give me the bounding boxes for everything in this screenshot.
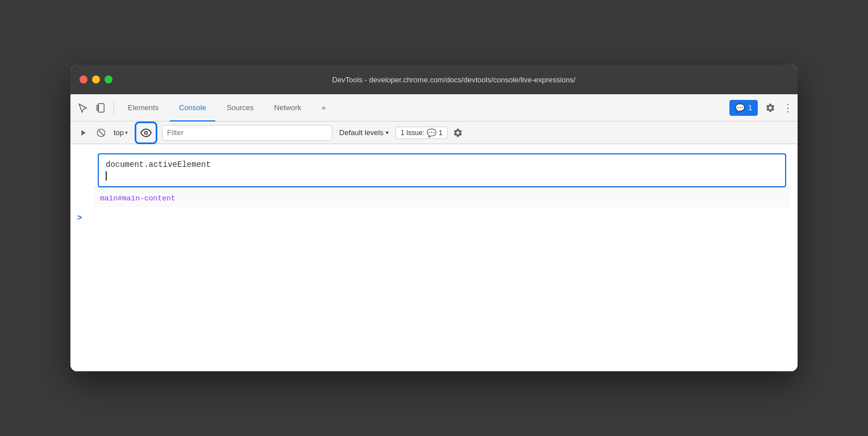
expression-result: main#main-content (100, 194, 176, 203)
expression-value: document.activeElement (99, 154, 785, 171)
console-content: ✕ document.activeElement main#main-conte… (70, 144, 798, 371)
svg-rect-0 (98, 103, 105, 112)
levels-dropdown-arrow: ▾ (386, 129, 389, 136)
tab-console[interactable]: Console (170, 94, 215, 121)
more-options-icon[interactable]: ⋮ (783, 102, 793, 114)
console-settings-icon[interactable] (450, 125, 466, 141)
settings-icon[interactable] (762, 100, 778, 116)
toolbar-right: 💬 1 ⋮ (729, 100, 793, 116)
inspect-icon[interactable] (75, 100, 91, 116)
minimize-button[interactable] (92, 76, 100, 83)
devtools-window: DevTools - developer.chrome.com/docs/dev… (70, 65, 798, 371)
issues-badge[interactable]: 1 Issue: 💬 1 (395, 127, 448, 139)
clear-console-icon[interactable] (93, 125, 109, 141)
cursor-line (99, 171, 785, 186)
live-expression-container: ✕ document.activeElement (70, 144, 798, 187)
svg-point-4 (145, 131, 148, 134)
svg-line-3 (98, 130, 103, 135)
issue-chat-icon: 💬 (427, 128, 436, 137)
window-title: DevTools - developer.chrome.com/docs/dev… (119, 76, 788, 84)
toolbar-divider-1 (114, 101, 114, 115)
maximize-button[interactable] (105, 76, 112, 83)
console-toolbar: top ▾ Default levels ▾ 1 Issue: 💬 (70, 121, 798, 144)
top-toolbar: Elements Console Sources Network » 💬 1 (70, 94, 798, 121)
log-levels-selector[interactable]: Default levels ▾ (335, 127, 393, 138)
expression-result-row: main#main-content (93, 187, 791, 207)
tab-elements[interactable]: Elements (119, 94, 168, 121)
console-prompt[interactable]: > (70, 207, 798, 228)
context-selector[interactable]: top ▾ (111, 127, 130, 138)
devtools-panel: Elements Console Sources Network » 💬 1 (70, 94, 798, 371)
prompt-chevron-icon: > (77, 213, 82, 222)
chat-icon: 💬 (735, 103, 745, 112)
feedback-button[interactable]: 💬 1 (729, 100, 758, 116)
dropdown-arrow-icon: ▾ (125, 129, 128, 136)
device-toolbar-icon[interactable] (93, 100, 109, 116)
cursor (106, 171, 107, 181)
tab-network[interactable]: Network (265, 94, 311, 121)
tab-more[interactable]: » (312, 94, 335, 121)
live-expressions-button[interactable] (135, 121, 157, 144)
live-expression-box[interactable]: document.activeElement (98, 153, 786, 187)
close-button[interactable] (80, 76, 87, 83)
traffic-lights (80, 76, 112, 83)
title-bar: DevTools - developer.chrome.com/docs/dev… (70, 65, 798, 94)
filter-input[interactable] (162, 125, 332, 141)
tab-sources[interactable]: Sources (218, 94, 263, 121)
run-icon[interactable] (75, 125, 91, 141)
